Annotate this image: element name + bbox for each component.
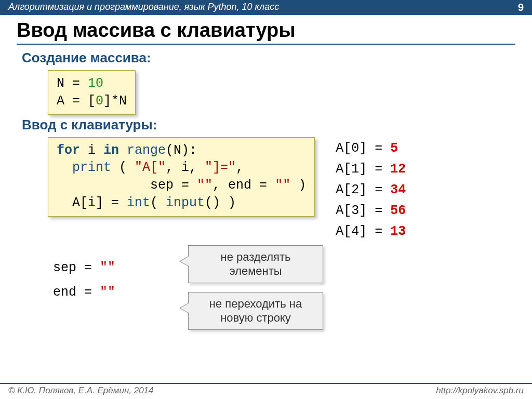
params-explain: sep = "" end = "" не разделять элементы …	[53, 256, 515, 305]
output-row: A[0] = 5	[336, 138, 406, 159]
section-create: Создание массива:	[22, 50, 515, 66]
sample-output: A[0] = 5 A[1] = 12 A[2] = 34 A[3] = 56 A…	[336, 138, 406, 242]
callout-pointer-icon	[179, 303, 189, 313]
callout-end: не переходить на новую строку	[188, 292, 323, 330]
output-row: A[3] = 56	[336, 201, 406, 221]
page-title: Ввод массива с клавиатуры	[17, 19, 515, 45]
callout-pointer-icon	[179, 256, 189, 267]
slide-content: Ввод массива с клавиатуры Создание масси…	[0, 15, 532, 305]
section-input: Ввод с клавиатуры:	[22, 117, 515, 133]
output-row: A[4] = 13	[336, 221, 406, 242]
code-input-loop: for i in range(N): print ( "A[", i, "]="…	[48, 137, 315, 217]
header-bar: Алгоритмизация и программирование, язык …	[0, 0, 532, 15]
output-row: A[2] = 34	[336, 180, 406, 201]
copyright: © К.Ю. Поляков, Е.А. Ерёмин, 2014	[8, 385, 154, 396]
page-number: 9	[518, 2, 524, 14]
code-create-array: N = 10 A = [0]*N	[48, 70, 136, 115]
output-row: A[1] = 12	[336, 159, 406, 180]
course-title: Алгоритмизация и программирование, язык …	[8, 2, 279, 14]
footer-bar: © К.Ю. Поляков, Е.А. Ерёмин, 2014 http:/…	[0, 383, 532, 399]
callout-sep: не разделять элементы	[188, 245, 323, 283]
site-url: http://kpolyakov.spb.ru	[436, 385, 524, 396]
